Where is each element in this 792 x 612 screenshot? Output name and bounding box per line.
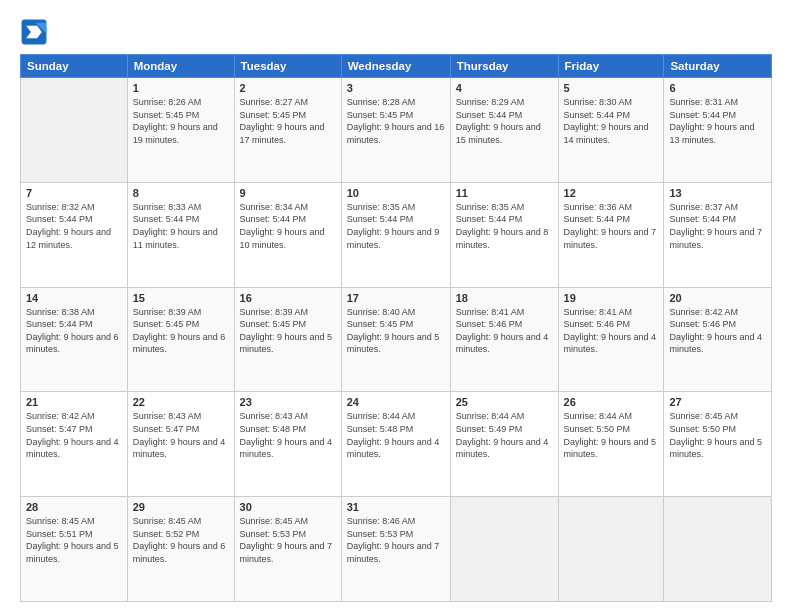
calendar-table: SundayMondayTuesdayWednesdayThursdayFrid… <box>20 54 772 602</box>
cell-info: Sunrise: 8:35 AMSunset: 5:44 PMDaylight:… <box>347 201 445 251</box>
cell-info: Sunrise: 8:42 AMSunset: 5:47 PMDaylight:… <box>26 410 122 460</box>
calendar-week-5: 28 Sunrise: 8:45 AMSunset: 5:51 PMDaylig… <box>21 497 772 602</box>
calendar-cell: 17 Sunrise: 8:40 AMSunset: 5:45 PMDaylig… <box>341 287 450 392</box>
cell-date: 17 <box>347 292 445 304</box>
calendar-cell: 3 Sunrise: 8:28 AMSunset: 5:45 PMDayligh… <box>341 78 450 183</box>
cell-date: 13 <box>669 187 766 199</box>
cell-info: Sunrise: 8:31 AMSunset: 5:44 PMDaylight:… <box>669 96 766 146</box>
calendar-cell: 20 Sunrise: 8:42 AMSunset: 5:46 PMDaylig… <box>664 287 772 392</box>
calendar-cell: 18 Sunrise: 8:41 AMSunset: 5:46 PMDaylig… <box>450 287 558 392</box>
calendar-cell: 23 Sunrise: 8:43 AMSunset: 5:48 PMDaylig… <box>234 392 341 497</box>
cell-info: Sunrise: 8:41 AMSunset: 5:46 PMDaylight:… <box>456 306 553 356</box>
weekday-header-row: SundayMondayTuesdayWednesdayThursdayFrid… <box>21 55 772 78</box>
calendar-cell: 5 Sunrise: 8:30 AMSunset: 5:44 PMDayligh… <box>558 78 664 183</box>
cell-date: 9 <box>240 187 336 199</box>
cell-date: 8 <box>133 187 229 199</box>
cell-info: Sunrise: 8:43 AMSunset: 5:47 PMDaylight:… <box>133 410 229 460</box>
cell-date: 26 <box>564 396 659 408</box>
calendar-cell: 4 Sunrise: 8:29 AMSunset: 5:44 PMDayligh… <box>450 78 558 183</box>
cell-info: Sunrise: 8:26 AMSunset: 5:45 PMDaylight:… <box>133 96 229 146</box>
cell-date: 18 <box>456 292 553 304</box>
cell-date: 30 <box>240 501 336 513</box>
calendar-cell: 14 Sunrise: 8:38 AMSunset: 5:44 PMDaylig… <box>21 287 128 392</box>
weekday-header-thursday: Thursday <box>450 55 558 78</box>
calendar-cell: 13 Sunrise: 8:37 AMSunset: 5:44 PMDaylig… <box>664 182 772 287</box>
calendar-cell: 16 Sunrise: 8:39 AMSunset: 5:45 PMDaylig… <box>234 287 341 392</box>
cell-info: Sunrise: 8:29 AMSunset: 5:44 PMDaylight:… <box>456 96 553 146</box>
page-header <box>20 18 772 46</box>
cell-info: Sunrise: 8:39 AMSunset: 5:45 PMDaylight:… <box>240 306 336 356</box>
weekday-header-wednesday: Wednesday <box>341 55 450 78</box>
calendar-cell <box>558 497 664 602</box>
cell-date: 2 <box>240 82 336 94</box>
cell-date: 14 <box>26 292 122 304</box>
calendar-cell: 29 Sunrise: 8:45 AMSunset: 5:52 PMDaylig… <box>127 497 234 602</box>
calendar-cell: 1 Sunrise: 8:26 AMSunset: 5:45 PMDayligh… <box>127 78 234 183</box>
calendar-cell: 8 Sunrise: 8:33 AMSunset: 5:44 PMDayligh… <box>127 182 234 287</box>
calendar-cell: 6 Sunrise: 8:31 AMSunset: 5:44 PMDayligh… <box>664 78 772 183</box>
calendar-cell: 25 Sunrise: 8:44 AMSunset: 5:49 PMDaylig… <box>450 392 558 497</box>
cell-date: 23 <box>240 396 336 408</box>
calendar-week-3: 14 Sunrise: 8:38 AMSunset: 5:44 PMDaylig… <box>21 287 772 392</box>
cell-date: 27 <box>669 396 766 408</box>
cell-info: Sunrise: 8:33 AMSunset: 5:44 PMDaylight:… <box>133 201 229 251</box>
calendar-cell: 15 Sunrise: 8:39 AMSunset: 5:45 PMDaylig… <box>127 287 234 392</box>
calendar-cell: 19 Sunrise: 8:41 AMSunset: 5:46 PMDaylig… <box>558 287 664 392</box>
cell-date: 29 <box>133 501 229 513</box>
cell-info: Sunrise: 8:44 AMSunset: 5:50 PMDaylight:… <box>564 410 659 460</box>
weekday-header-monday: Monday <box>127 55 234 78</box>
calendar-week-2: 7 Sunrise: 8:32 AMSunset: 5:44 PMDayligh… <box>21 182 772 287</box>
cell-info: Sunrise: 8:38 AMSunset: 5:44 PMDaylight:… <box>26 306 122 356</box>
logo <box>20 18 52 46</box>
calendar-cell: 2 Sunrise: 8:27 AMSunset: 5:45 PMDayligh… <box>234 78 341 183</box>
cell-info: Sunrise: 8:37 AMSunset: 5:44 PMDaylight:… <box>669 201 766 251</box>
cell-date: 1 <box>133 82 229 94</box>
calendar-cell: 9 Sunrise: 8:34 AMSunset: 5:44 PMDayligh… <box>234 182 341 287</box>
logo-icon <box>20 18 48 46</box>
calendar-cell: 30 Sunrise: 8:45 AMSunset: 5:53 PMDaylig… <box>234 497 341 602</box>
cell-date: 7 <box>26 187 122 199</box>
calendar-cell <box>450 497 558 602</box>
weekday-header-saturday: Saturday <box>664 55 772 78</box>
calendar-cell: 22 Sunrise: 8:43 AMSunset: 5:47 PMDaylig… <box>127 392 234 497</box>
cell-info: Sunrise: 8:30 AMSunset: 5:44 PMDaylight:… <box>564 96 659 146</box>
cell-info: Sunrise: 8:36 AMSunset: 5:44 PMDaylight:… <box>564 201 659 251</box>
cell-info: Sunrise: 8:42 AMSunset: 5:46 PMDaylight:… <box>669 306 766 356</box>
cell-date: 16 <box>240 292 336 304</box>
calendar-cell: 27 Sunrise: 8:45 AMSunset: 5:50 PMDaylig… <box>664 392 772 497</box>
calendar-cell: 12 Sunrise: 8:36 AMSunset: 5:44 PMDaylig… <box>558 182 664 287</box>
cell-info: Sunrise: 8:44 AMSunset: 5:49 PMDaylight:… <box>456 410 553 460</box>
cell-date: 28 <box>26 501 122 513</box>
cell-info: Sunrise: 8:39 AMSunset: 5:45 PMDaylight:… <box>133 306 229 356</box>
weekday-header-sunday: Sunday <box>21 55 128 78</box>
calendar-week-1: 1 Sunrise: 8:26 AMSunset: 5:45 PMDayligh… <box>21 78 772 183</box>
cell-info: Sunrise: 8:43 AMSunset: 5:48 PMDaylight:… <box>240 410 336 460</box>
cell-date: 3 <box>347 82 445 94</box>
calendar-cell: 31 Sunrise: 8:46 AMSunset: 5:53 PMDaylig… <box>341 497 450 602</box>
cell-date: 6 <box>669 82 766 94</box>
cell-date: 4 <box>456 82 553 94</box>
calendar-cell <box>664 497 772 602</box>
cell-date: 12 <box>564 187 659 199</box>
calendar-cell: 21 Sunrise: 8:42 AMSunset: 5:47 PMDaylig… <box>21 392 128 497</box>
calendar-cell: 24 Sunrise: 8:44 AMSunset: 5:48 PMDaylig… <box>341 392 450 497</box>
calendar-cell <box>21 78 128 183</box>
cell-info: Sunrise: 8:45 AMSunset: 5:50 PMDaylight:… <box>669 410 766 460</box>
cell-date: 11 <box>456 187 553 199</box>
cell-date: 20 <box>669 292 766 304</box>
calendar-cell: 28 Sunrise: 8:45 AMSunset: 5:51 PMDaylig… <box>21 497 128 602</box>
cell-info: Sunrise: 8:34 AMSunset: 5:44 PMDaylight:… <box>240 201 336 251</box>
calendar-cell: 11 Sunrise: 8:35 AMSunset: 5:44 PMDaylig… <box>450 182 558 287</box>
cell-date: 19 <box>564 292 659 304</box>
cell-info: Sunrise: 8:32 AMSunset: 5:44 PMDaylight:… <box>26 201 122 251</box>
cell-date: 10 <box>347 187 445 199</box>
cell-info: Sunrise: 8:45 AMSunset: 5:53 PMDaylight:… <box>240 515 336 565</box>
weekday-header-tuesday: Tuesday <box>234 55 341 78</box>
cell-date: 24 <box>347 396 445 408</box>
cell-info: Sunrise: 8:41 AMSunset: 5:46 PMDaylight:… <box>564 306 659 356</box>
cell-date: 21 <box>26 396 122 408</box>
calendar-cell: 7 Sunrise: 8:32 AMSunset: 5:44 PMDayligh… <box>21 182 128 287</box>
cell-date: 25 <box>456 396 553 408</box>
calendar-cell: 10 Sunrise: 8:35 AMSunset: 5:44 PMDaylig… <box>341 182 450 287</box>
cell-info: Sunrise: 8:45 AMSunset: 5:51 PMDaylight:… <box>26 515 122 565</box>
